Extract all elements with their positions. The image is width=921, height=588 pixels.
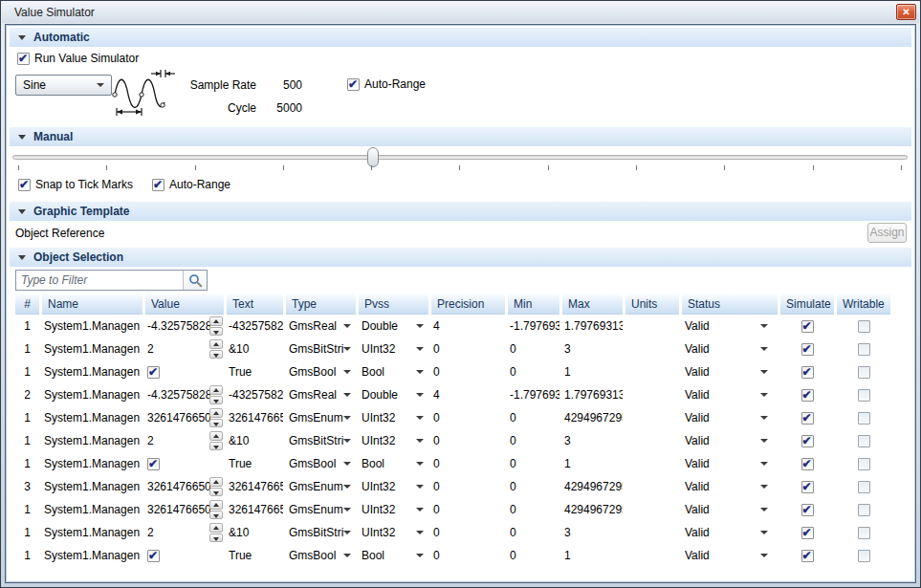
cell-value[interactable]: 2 (145, 429, 224, 452)
writable-checkbox[interactable] (858, 481, 870, 493)
search-button[interactable] (183, 271, 207, 290)
value-text[interactable]: 3261476650 (147, 406, 210, 429)
cell-type-dropdown[interactable]: GmsEnum (286, 406, 356, 429)
cell-status-dropdown[interactable]: Valid (682, 475, 778, 498)
section-header-automatic[interactable]: Automatic (10, 28, 911, 47)
simulate-checkbox[interactable]: ✔ (801, 458, 814, 470)
spinner-up-button[interactable] (209, 316, 223, 326)
snap-to-ticks-checkbox[interactable]: ✔ (18, 179, 31, 191)
simulate-checkbox[interactable]: ✔ (801, 435, 814, 447)
value-text[interactable]: 3261476650 (147, 475, 210, 498)
value-checkbox[interactable]: ✔ (147, 366, 160, 379)
cell-status-dropdown[interactable]: Valid (682, 544, 778, 567)
spinner-up-button[interactable] (209, 408, 223, 418)
table-row[interactable]: 1System1.Managen2&10GmsBitStriUInt32003V… (15, 521, 895, 544)
table-row[interactable]: 1System1.Managen2&10GmsBitStriUInt32003V… (15, 338, 895, 360)
spinner-down-button[interactable] (209, 327, 223, 337)
writable-checkbox[interactable] (858, 504, 870, 516)
cell-pvss-dropdown[interactable]: Double (359, 315, 428, 338)
spinner-up-button[interactable] (209, 385, 223, 395)
auto-range-checkbox-manual[interactable]: ✔ (152, 179, 164, 191)
column-header-text[interactable]: Text (227, 294, 283, 315)
cell-status-dropdown[interactable]: Valid (682, 338, 778, 360)
writable-checkbox[interactable] (858, 343, 870, 356)
cell-type-dropdown[interactable]: GmsBitStri (286, 338, 356, 360)
value-text[interactable]: -4.32575828 (147, 383, 210, 406)
cell-pvss-dropdown[interactable]: UInt32 (359, 475, 428, 498)
column-header-min[interactable]: Min (508, 294, 559, 315)
table-row[interactable]: 1System1.Managen2&10GmsBitStriUInt32003V… (15, 429, 895, 452)
value-text[interactable]: -4.32575828 (147, 315, 210, 338)
value-text[interactable]: 3261476650 (147, 498, 210, 521)
section-header-object-selection[interactable]: Object Selection (10, 248, 911, 267)
simulate-checkbox[interactable]: ✔ (801, 366, 814, 379)
value-checkbox[interactable]: ✔ (147, 550, 160, 562)
spinner-up-button[interactable] (209, 500, 223, 510)
cell-status-dropdown[interactable]: Valid (682, 521, 778, 544)
simulate-checkbox[interactable]: ✔ (801, 527, 814, 539)
cell-type-dropdown[interactable]: GmsEnum (286, 498, 356, 521)
cell-value[interactable]: -4.32575828 (145, 315, 224, 338)
cell-pvss-dropdown[interactable]: Bool (359, 360, 428, 383)
column-header--[interactable]: # (15, 294, 39, 315)
table-row[interactable]: 3System1.Managen32614766503261476650GmsE… (15, 475, 895, 498)
spinner-up-button[interactable] (209, 523, 223, 533)
table-row[interactable]: 1System1.Managen✔TrueGmsBoolBool001Valid… (15, 452, 895, 475)
spinner-down-button[interactable] (209, 350, 223, 359)
column-header-name[interactable]: Name (42, 294, 143, 315)
cell-type-dropdown[interactable]: GmsBitStri (286, 521, 356, 544)
column-header-simulate[interactable]: Simulate (780, 294, 834, 315)
cell-pvss-dropdown[interactable]: UInt32 (359, 498, 428, 521)
cell-value[interactable]: 3261476650 (145, 475, 224, 498)
cell-pvss-dropdown[interactable]: Bool (359, 544, 428, 567)
cell-status-dropdown[interactable]: Valid (682, 452, 778, 475)
spinner-down-button[interactable] (209, 419, 223, 428)
writable-checkbox[interactable] (858, 458, 870, 470)
cell-type-dropdown[interactable]: GmsReal (286, 315, 356, 338)
table-row[interactable]: 2System1.Managen-4.32575828-43257582GmsR… (15, 383, 895, 406)
writable-checkbox[interactable] (858, 366, 870, 379)
spinner-up-button[interactable] (209, 477, 223, 487)
cell-pvss-dropdown[interactable]: UInt32 (359, 406, 428, 429)
cell-value[interactable]: 3261476650 (145, 498, 224, 521)
value-checkbox[interactable]: ✔ (147, 458, 160, 470)
cell-value[interactable]: ✔ (145, 360, 224, 383)
simulate-checkbox[interactable]: ✔ (801, 412, 814, 425)
column-header-status[interactable]: Status (682, 294, 778, 315)
cell-value[interactable]: ✔ (145, 452, 224, 475)
cell-type-dropdown[interactable]: GmsReal (286, 383, 356, 406)
column-header-precision[interactable]: Precision (431, 294, 505, 315)
manual-slider-track[interactable] (12, 155, 908, 160)
section-header-graphic-template[interactable]: Graphic Template (10, 202, 911, 221)
value-text[interactable]: 2 (147, 338, 154, 360)
close-button[interactable]: ✕ (896, 4, 916, 20)
simulate-checkbox[interactable]: ✔ (801, 550, 814, 562)
table-row[interactable]: 1System1.Managen32614766503261476650GmsE… (15, 406, 895, 429)
spinner-down-button[interactable] (209, 511, 223, 520)
spinner-down-button[interactable] (209, 442, 223, 451)
column-header-value[interactable]: Value (145, 294, 224, 315)
column-header-max[interactable]: Max (562, 294, 623, 315)
auto-range-checkbox-automatic[interactable]: ✔ (347, 78, 360, 91)
cell-status-dropdown[interactable]: Valid (682, 383, 778, 406)
cell-type-dropdown[interactable]: GmsBitStri (286, 429, 356, 452)
cell-type-dropdown[interactable]: GmsBool (286, 452, 356, 475)
cell-type-dropdown[interactable]: GmsBool (286, 360, 356, 383)
spinner-down-button[interactable] (209, 396, 223, 405)
cell-status-dropdown[interactable]: Valid (682, 498, 778, 521)
cell-status-dropdown[interactable]: Valid (682, 429, 778, 452)
spinner-down-button[interactable] (209, 534, 223, 543)
assign-button[interactable]: Assign (867, 223, 907, 243)
table-row[interactable]: 1System1.Managen✔TrueGmsBoolBool001Valid… (15, 544, 895, 567)
cell-pvss-dropdown[interactable]: Bool (359, 452, 428, 475)
simulate-checkbox[interactable]: ✔ (801, 389, 814, 402)
writable-checkbox[interactable] (858, 320, 870, 333)
cell-value[interactable]: ✔ (145, 544, 224, 567)
cell-type-dropdown[interactable]: GmsEnum (286, 475, 356, 498)
table-row[interactable]: 1System1.Managen✔TrueGmsBoolBool001Valid… (15, 360, 895, 383)
simulate-checkbox[interactable]: ✔ (801, 320, 814, 333)
filter-input[interactable] (16, 271, 183, 290)
column-header-type[interactable]: Type (286, 294, 356, 315)
column-header-writable[interactable]: Writable (837, 294, 890, 315)
value-text[interactable]: 2 (147, 521, 154, 544)
